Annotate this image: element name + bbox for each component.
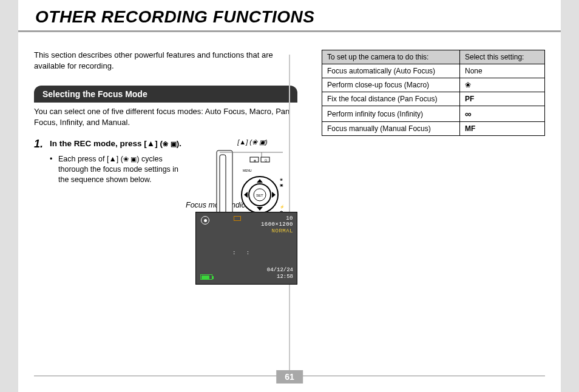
table-cell-action: Fix the focal distance (Pan Focus) <box>322 92 460 106</box>
table-cell-setting: None <box>460 64 545 78</box>
intro-text: This section describes other powerful fe… <box>34 50 297 71</box>
text-fragment: ] ( <box>155 139 163 148</box>
screen-date: 04/12/24 <box>267 267 293 273</box>
macro-icon: ❀ <box>123 155 129 163</box>
resolution: 1600×1200 <box>261 221 293 228</box>
table-header-setting: Select this setting: <box>460 50 545 64</box>
menu-label: MENU <box>243 169 252 172</box>
frame-icon: ▣ <box>259 138 265 146</box>
screen-stats: 10 1600×1200 NORMAL <box>261 215 293 234</box>
macro-icon: ❀ <box>163 140 168 147</box>
text-fragment: In the REC mode, press [ <box>50 139 147 148</box>
text-fragment: ] ( <box>117 155 123 163</box>
text-fragment: ] ( <box>246 138 252 146</box>
rec-indicator-icon <box>234 216 241 221</box>
table-row: Focus automatically (Auto Focus)None <box>322 64 545 78</box>
table-row: Focus manually (Manual Focus)MF <box>322 122 545 136</box>
text-fragment: ). <box>177 139 181 148</box>
quality: NORMAL <box>261 228 293 234</box>
table-cell-setting: ❀ <box>460 78 545 92</box>
page-title: OTHER RECORDING FUNCTIONS <box>35 7 544 27</box>
up-arrow-icon: ▲ <box>147 138 155 149</box>
step-instruction: In the REC mode, press [▲] (❀ ▣). <box>50 138 189 149</box>
table-cell-action: Perform infinity focus (Infinity) <box>322 106 460 122</box>
table-row: Perform infinity focus (Infinity)∞ <box>322 106 545 122</box>
table-cell-setting: ∞ <box>460 106 545 122</box>
control-top-label: [▲] (❀ ▣) <box>216 138 289 146</box>
page-number: 61 <box>276 370 303 384</box>
focus-mode-table: To set up the camera to do this: Select … <box>322 50 545 136</box>
screen-datetime: 04/12/24 12:58 <box>267 267 293 280</box>
svg-text:❀: ❀ <box>280 178 283 181</box>
set-label: SET <box>256 194 263 197</box>
frame-icon: ▣ <box>171 140 177 147</box>
up-arrow-icon: ▲ <box>109 154 116 164</box>
shots-remaining: 10 <box>261 215 293 221</box>
infinity-icon: ∞ <box>465 109 472 119</box>
af-frame: : : <box>232 250 253 256</box>
table-cell-setting: PF <box>460 92 545 106</box>
lcd-screen-simulation: 10 1600×1200 NORMAL : : 04/12/24 12:58 <box>195 212 297 285</box>
step-1: 1. In the REC mode, press [▲] (❀ ▣). Eac… <box>34 138 297 185</box>
table-cell-setting: MF <box>460 122 545 136</box>
svg-text:▣: ▣ <box>280 183 283 187</box>
svg-text:▦: ▦ <box>254 159 256 162</box>
macro-icon: ❀ <box>252 138 257 146</box>
table-row: Perform close-up focus (Macro)❀ <box>322 78 545 92</box>
svg-text:⚡: ⚡ <box>280 204 285 209</box>
section-heading-focus-mode: Selecting the Focus Mode <box>34 86 297 103</box>
step-bullet: Each press of [▲] (❀ ▣) cycles thorough … <box>50 154 189 185</box>
battery-icon <box>200 274 212 280</box>
table-cell-action: Focus manually (Manual Focus) <box>322 122 460 136</box>
table-cell-action: Perform close-up focus (Macro) <box>322 78 460 92</box>
step-number: 1. <box>34 138 45 185</box>
macro-icon: ❀ <box>465 81 471 89</box>
frame-icon: ▣ <box>130 155 137 163</box>
svg-text:Q: Q <box>265 158 267 162</box>
text-fragment: Each press of [ <box>58 155 109 163</box>
up-arrow-icon: ▲ <box>239 138 246 146</box>
mode-dial-icon <box>201 216 209 225</box>
section-text-focus-mode: You can select one of five different foc… <box>34 106 297 127</box>
table-cell-action: Focus automatically (Auto Focus) <box>322 64 460 78</box>
table-header-action: To set up the camera to do this: <box>322 50 460 64</box>
text-fragment: ) <box>265 138 268 146</box>
table-row: Fix the focal distance (Pan Focus)PF <box>322 92 545 106</box>
screen-time: 12:58 <box>267 274 293 280</box>
